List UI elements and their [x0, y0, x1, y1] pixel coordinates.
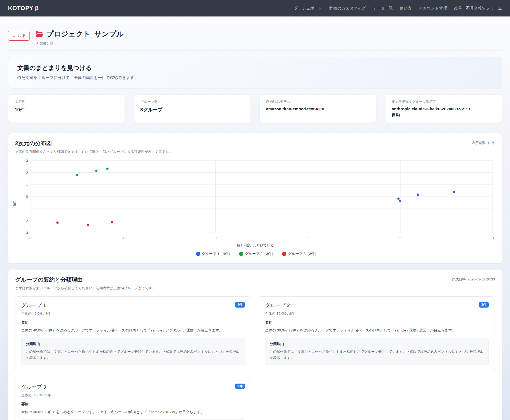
- nav-item-dictionary[interactable]: 辞書のカスタマイズ: [329, 6, 366, 11]
- nav-item-data-list[interactable]: データ一覧: [373, 6, 393, 11]
- reason-text: この試作版では、文書ごとに作った仮ベクトル座標の近さでグループ分けしています。正…: [270, 349, 484, 361]
- legend-item-group1: グループ 1（4件）: [196, 251, 232, 256]
- reason-text: この試作版では、文書ごとに作った仮ベクトル座標の近さでグループ分けしています。正…: [26, 349, 240, 361]
- folder-open-icon: [36, 31, 43, 37]
- svg-text:2: 2: [26, 171, 28, 175]
- back-button-label: 戻る: [18, 33, 26, 38]
- svg-text:-3: -3: [25, 231, 28, 235]
- group-name: グループ 2: [265, 302, 290, 309]
- stat-card-embed-model: 埋め込みモデル amazon.titan-embed-text-v2:0: [260, 94, 376, 123]
- legend-item-group3: グループ 3（3件）: [282, 251, 318, 256]
- stat-label: 要約モデル / グループ数設定: [392, 99, 495, 104]
- chart-legend: グループ 1（4件） グループ 2（3件） グループ 3（3件）: [19, 251, 495, 256]
- legend-label: グループ 1（4件）: [202, 251, 232, 256]
- groups-grid: グループ 1 4件 全体の 40.0% / 4件 要約 全体の 40.0%（4件…: [15, 296, 495, 420]
- page-content: ← 戻る プロジェクト_サンプル AI文書分類 文書のまとまりを見つける 似た文…: [0, 16, 510, 420]
- count-badge: 4件: [235, 302, 245, 308]
- chart-area: 軸2 -2-10123-3-2-10123 軸1（近いほど似ている） グループ …: [15, 158, 495, 256]
- reason-box: 分類理由 この試作版では、文書ごとに作った仮ベクトル座標の近さでグループ分けして…: [265, 338, 489, 365]
- scatter-description: 文書の位置関係をざっくり確認できます。近い点ほど、似たグループに入る可能性が高い…: [15, 149, 172, 154]
- group-name: グループ 3: [21, 384, 46, 390]
- stat-value: 3グループ: [140, 107, 244, 113]
- stat-card-doc-count: 文書数 10件: [8, 94, 125, 123]
- group-share: 全体の 40.0% / 4件: [21, 311, 245, 316]
- project-header: ← 戻る プロジェクト_サンプル AI文書分類: [8, 16, 502, 46]
- stat-value: anthropic.claude-3-haiku-20240307-v1:0: [392, 107, 495, 111]
- svg-text:2: 2: [399, 236, 401, 240]
- nav-item-dashboard[interactable]: ダッシュボード: [294, 6, 322, 11]
- svg-text:3: 3: [26, 159, 28, 163]
- groups-panel: グループの要約と分類理由 まずは件数が多いグループから確認してください。初期表示…: [8, 269, 502, 420]
- stat-value-secondary: 自動: [392, 112, 495, 118]
- svg-text:-2: -2: [25, 219, 28, 223]
- stat-value: amazon.titan-embed-text-v2:0: [266, 107, 370, 111]
- svg-text:-2: -2: [29, 236, 32, 240]
- group-summary: 全体の 30.0%（3件）を占めるグループです。ファイル名ベースの傾向として「s…: [21, 409, 245, 415]
- summary-label: 要約: [21, 320, 245, 325]
- intro-description: 似た文書をグループに分けて、全体の傾向を一目で確認できます。: [17, 75, 493, 80]
- nav-item-howto[interactable]: 使い方: [400, 6, 412, 11]
- page-subtitle: AI文書分類: [36, 41, 124, 46]
- stat-label: 埋め込みモデル: [266, 99, 370, 104]
- count-badge: 3件: [235, 384, 245, 389]
- groups-title: グループの要約と分類理由: [15, 276, 156, 283]
- x-axis-label: 軸1（近いほど似ている）: [19, 243, 495, 248]
- svg-text:3: 3: [492, 236, 494, 240]
- stats-row: 文書数 10件 グループ数 3グループ 埋め込みモデル amazon.titan…: [8, 94, 502, 123]
- summary-label: 要約: [21, 402, 245, 407]
- title-block: プロジェクト_サンプル AI文書分類: [36, 29, 124, 46]
- group-name: グループ 1: [21, 302, 46, 309]
- legend-dot-blue: [196, 252, 200, 256]
- nav-links: ダッシュボード 辞書のカスタマイズ データ一覧 使い方 アカウント管理 改善・不…: [294, 6, 502, 11]
- svg-text:-1: -1: [25, 207, 28, 211]
- legend-label: グループ 3（3件）: [288, 251, 318, 256]
- group-share: 全体の 30.0% / 3件: [265, 311, 489, 316]
- reason-label: 分類理由: [270, 342, 484, 346]
- points-count-label: 表示点数: 10件: [472, 141, 495, 145]
- scatter-plot: -2-10123-3-2-10123: [19, 158, 495, 242]
- intro-title: 文書のまとまりを見つける: [17, 64, 493, 72]
- group-share: 全体の 30.0% / 3件: [21, 393, 245, 398]
- group-card-2: グループ 2 3件 全体の 30.0% / 3件 要約 全体の 30.0%（3件…: [259, 296, 495, 371]
- header-divider: [8, 51, 502, 51]
- created-at-label: 作成日時: 2026-03-02 20:33: [452, 277, 495, 282]
- svg-text:-1: -1: [122, 236, 125, 240]
- legend-dot-green: [239, 252, 243, 256]
- svg-text:0: 0: [26, 195, 28, 199]
- svg-text:1: 1: [26, 183, 28, 187]
- scatter-title: 2次元の分布図: [15, 140, 172, 147]
- summary-label: 要約: [265, 320, 489, 325]
- back-button[interactable]: ← 戻る: [8, 31, 30, 41]
- reason-label: 分類理由: [26, 342, 240, 346]
- top-nav: KOTOPY β ダッシュボード 辞書のカスタマイズ データ一覧 使い方 アカウ…: [0, 0, 510, 16]
- group-summary: 全体の 40.0%（4件）を占めるグループです。ファイル名ベースの傾向として「s…: [21, 328, 245, 333]
- back-arrow-icon: ←: [12, 33, 16, 38]
- stat-card-summary-model: 要約モデル / グループ数設定 anthropic.claude-3-haiku…: [385, 94, 502, 123]
- group-card-3: グループ 3 3件 全体の 30.0% / 3件 要約 全体の 30.0%（3件…: [15, 378, 251, 420]
- group-card-1: グループ 1 4件 全体の 40.0% / 4件 要約 全体の 40.0%（4件…: [15, 296, 251, 371]
- reason-box: 分類理由 この試作版では、文書ごとに作った仮ベクトル座標の近さでグループ分けして…: [21, 338, 245, 365]
- reason-box: 分類理由 この試作版では、文書ごとに作った仮ベクトル座標の近さでグループ分けして…: [21, 419, 245, 420]
- svg-text:1: 1: [307, 236, 309, 240]
- scatter-panel: 2次元の分布図 文書の位置関係をざっくり確認できます。近い点ほど、似たグループに…: [8, 133, 502, 263]
- nav-item-feedback[interactable]: 改善・不具合報告フォーム: [454, 6, 502, 11]
- brand-logo: KOTOPY β: [8, 5, 39, 12]
- y-axis-label: 軸2: [12, 201, 17, 206]
- groups-description: まずは件数が多いグループから確認してください。初期表示は上位24グループまでです…: [15, 286, 156, 291]
- stat-label: グループ数: [140, 99, 244, 104]
- stat-card-group-count: グループ数 3グループ: [134, 94, 250, 123]
- nav-item-account[interactable]: アカウント管理: [419, 6, 447, 11]
- intro-card: 文書のまとまりを見つける 似た文書をグループに分けて、全体の傾向を一目で確認でき…: [8, 57, 502, 89]
- legend-dot-red: [282, 252, 286, 256]
- group-summary: 全体の 30.0%（3件）を占めるグループです。ファイル名ベースの傾向として「s…: [265, 328, 489, 333]
- legend-item-group2: グループ 2（3件）: [239, 251, 275, 256]
- page-title: プロジェクト_サンプル: [46, 29, 124, 39]
- legend-label: グループ 2（3件）: [245, 251, 275, 256]
- stat-label: 文書数: [15, 99, 118, 104]
- svg-text:0: 0: [215, 236, 216, 240]
- count-badge: 3件: [479, 302, 489, 308]
- stat-value: 10件: [15, 107, 118, 113]
